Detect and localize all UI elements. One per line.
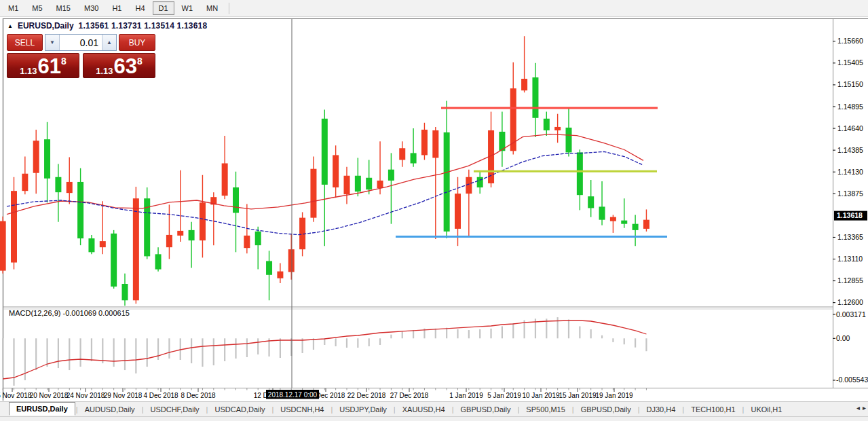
- chart-symbol-label: EURUSD,Daily: [18, 21, 74, 31]
- toolbar-separator: [229, 3, 229, 14]
- tab-separator: |: [76, 405, 78, 414]
- svg-text:1.14640: 1.14640: [837, 124, 863, 132]
- svg-text:8 Dec 2018: 8 Dec 2018: [181, 392, 216, 399]
- timeframe-button-w1[interactable]: W1: [176, 1, 200, 15]
- svg-text:10 Jan 2019: 10 Jan 2019: [522, 392, 559, 399]
- tab-separator: |: [206, 405, 208, 414]
- timeframe-button-d1[interactable]: D1: [153, 1, 174, 15]
- symbol-tab-dj30-10[interactable]: DJ30,H4: [641, 404, 682, 415]
- symbol-tab-ukoil-12[interactable]: UKOil,H1: [744, 404, 788, 415]
- svg-text:1 Jan 2019: 1 Jan 2019: [449, 392, 483, 399]
- symbol-tabbar: EURUSD,Daily|AUDUSD,Daily|USDCHF,Daily|U…: [0, 401, 868, 416]
- timeframe-button-mn[interactable]: MN: [200, 1, 224, 15]
- volume-input[interactable]: [60, 35, 102, 50]
- symbol-tab-usdjpy-5[interactable]: USDJPY,Daily: [333, 404, 393, 415]
- volume-decrease-button[interactable]: ▼: [45, 35, 60, 50]
- svg-text:1.13875: 1.13875: [837, 189, 863, 198]
- buy-price-sup: 8: [137, 56, 143, 67]
- symbol-tab-sp500-8[interactable]: SP500,M15: [520, 404, 571, 415]
- svg-text:1.15660: 1.15660: [837, 37, 863, 45]
- tab-separator: |: [518, 405, 520, 414]
- svg-text:1.12600: 1.12600: [837, 298, 863, 306]
- macd-indicator-label: MACD(12,26,9) -0.001069 0.000615: [9, 309, 130, 317]
- tab-separator: |: [271, 405, 273, 414]
- svg-text:29 Nov 2018: 29 Nov 2018: [104, 392, 143, 399]
- svg-text:27 Dec 2018: 27 Dec 2018: [390, 392, 429, 399]
- tab-separator: |: [142, 405, 144, 414]
- svg-text:1.15405: 1.15405: [837, 58, 863, 67]
- tab-separator: |: [742, 405, 744, 414]
- svg-text:1.14130: 1.14130: [837, 168, 863, 176]
- svg-text:1.13365: 1.13365: [837, 233, 863, 241]
- symbol-tab-tech100-11[interactable]: TECH100,H1: [685, 404, 741, 415]
- buy-price-big: 63: [114, 58, 137, 75]
- sell-button[interactable]: SELL: [7, 34, 43, 51]
- svg-text:0.00: 0.00: [836, 334, 850, 342]
- symbol-tab-eurusd-0[interactable]: EURUSD,Daily: [9, 402, 75, 416]
- sell-price-prefix: 1.13: [20, 67, 37, 75]
- tab-scroll-right-icon[interactable]: ▸: [863, 404, 866, 411]
- buy-price-box[interactable]: 1.13638: [83, 53, 155, 78]
- symbol-tab-gbpusd-9[interactable]: GBPUSD,Daily: [575, 404, 637, 415]
- svg-text:1.15150: 1.15150: [837, 80, 863, 88]
- chevron-down-icon: ▼: [50, 39, 55, 45]
- chart-title: ▲ EURUSD,Daily 1.13561 1.13731 1.13514 1…: [7, 21, 207, 31]
- svg-text:1.14385: 1.14385: [837, 146, 863, 154]
- status-bar: [0, 416, 868, 421]
- svg-text:-0.005543: -0.005543: [836, 376, 868, 384]
- timeframe-button-m5[interactable]: M5: [26, 1, 48, 15]
- svg-text:0.003171: 0.003171: [836, 310, 866, 318]
- mt4-app: M1M5M15M30H1H4D1W1MN MACD(12,26,9) -0.00…: [0, 0, 868, 421]
- symbol-tab-usdchf-2[interactable]: USDCHF,Daily: [144, 404, 205, 415]
- volume-increase-button[interactable]: ▲: [102, 35, 116, 50]
- sell-price-sup: 8: [61, 56, 67, 67]
- svg-text:2018.12.17 0:00: 2018.12.17 0:00: [268, 391, 318, 399]
- sell-price-big: 61: [38, 58, 61, 75]
- chevron-up-icon: ▲: [107, 39, 112, 45]
- tab-scroll-left-icon[interactable]: ◂: [856, 404, 860, 411]
- svg-text:1.13618: 1.13618: [837, 211, 863, 219]
- collapse-icon[interactable]: ▲: [7, 23, 13, 29]
- tab-separator: |: [394, 405, 396, 414]
- buy-price-prefix: 1.13: [96, 67, 113, 75]
- timeframe-toolbar: M1M5M15M30H1H4D1W1MN: [0, 0, 868, 17]
- svg-text:1.14895: 1.14895: [837, 103, 863, 111]
- symbol-tab-usdcnh-4[interactable]: USDCNH,H4: [274, 404, 330, 415]
- tab-separator: |: [682, 405, 684, 414]
- timeframe-button-m15[interactable]: M15: [50, 1, 77, 15]
- svg-text:1.12855: 1.12855: [837, 276, 863, 285]
- svg-text:24 Nov 2018: 24 Nov 2018: [67, 392, 105, 399]
- svg-text:15 Nov 2018: 15 Nov 2018: [0, 392, 32, 399]
- timeframe-button-m1[interactable]: M1: [2, 1, 24, 15]
- tab-separator: |: [452, 405, 454, 414]
- svg-text:15 Jan 2019: 15 Jan 2019: [559, 392, 596, 399]
- svg-text:20 Nov 2018: 20 Nov 2018: [30, 392, 69, 399]
- symbol-tab-audusd-1[interactable]: AUDUSD,Daily: [79, 404, 141, 415]
- sell-price-box[interactable]: 1.13618: [7, 53, 79, 78]
- tab-separator: |: [331, 405, 333, 414]
- one-click-trading-panel: SELL ▼ ▲ BUY 1.13618 1.13638: [7, 34, 155, 78]
- volume-stepper: ▼ ▲: [45, 34, 117, 51]
- symbol-tab-usdcad-3[interactable]: USDCAD,Daily: [208, 404, 271, 415]
- symbol-tab-xauusd-6[interactable]: XAUUSD,H4: [396, 404, 451, 415]
- svg-text:19 Jan 2019: 19 Jan 2019: [595, 392, 633, 399]
- svg-text:1.13110: 1.13110: [837, 255, 863, 263]
- svg-text:5 Jan 2019: 5 Jan 2019: [487, 392, 521, 399]
- symbol-tab-gbpusd-7[interactable]: GBPUSD,Daily: [455, 404, 517, 415]
- chart-ohlc-values: 1.13561 1.13731 1.13514 1.13618: [79, 21, 208, 31]
- buy-button[interactable]: BUY: [119, 34, 155, 51]
- svg-text:4 Dec 2018: 4 Dec 2018: [143, 392, 178, 399]
- tab-separator: |: [572, 405, 574, 414]
- timeframe-button-h1[interactable]: H1: [106, 1, 128, 15]
- svg-text:22 Dec 2018: 22 Dec 2018: [347, 392, 386, 399]
- tab-separator: |: [638, 405, 640, 414]
- timeframe-button-h4[interactable]: H4: [129, 1, 151, 15]
- timeframe-button-m30[interactable]: M30: [78, 1, 105, 15]
